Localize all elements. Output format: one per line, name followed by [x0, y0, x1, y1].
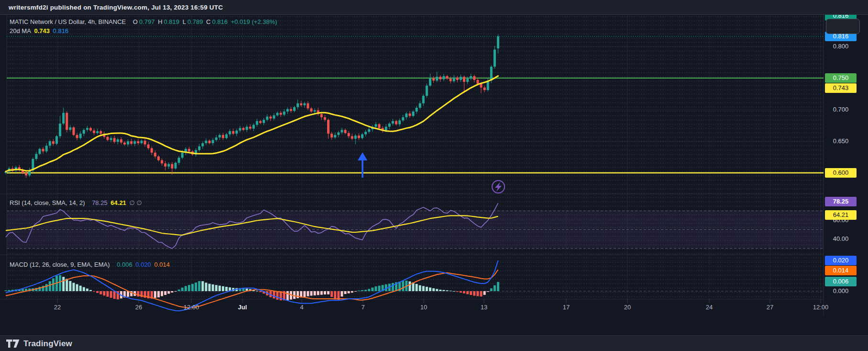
time-axis-label: 12:00	[184, 304, 199, 311]
macd-legend[interactable]: MACD (12, 26, close, 9, EMA, EMA) 0.006 …	[10, 261, 171, 268]
macd-title: MACD (12, 26, close, 9, EMA, EMA)	[10, 261, 110, 268]
ma-value: 0.743	[34, 27, 50, 34]
open-value: 0.797	[139, 18, 155, 25]
rsi-ma-badge[interactable]: 64.21	[825, 210, 857, 220]
open-label: O	[133, 18, 138, 25]
resistance-price-badge[interactable]: 0.750	[825, 73, 857, 83]
ma-value-2: 0.816	[53, 27, 69, 34]
ma-title: 20d MA	[10, 27, 31, 34]
time-axis-label: 10	[420, 304, 427, 311]
candles-layer	[5, 34, 500, 178]
time-axis-label: 4	[300, 304, 303, 311]
macd-line-badge[interactable]: 0.020	[825, 256, 857, 265]
symbol-legend[interactable]: MATIC Network / US Dollar, 4h, BINANCE O…	[10, 18, 279, 25]
support-price-badge[interactable]: 0.600	[825, 168, 857, 178]
high-label: H	[158, 18, 162, 25]
low-label: L	[183, 18, 186, 25]
price-axis-label-0650: 0.650	[825, 137, 857, 145]
macd-signal-badge[interactable]: 0.014	[825, 266, 857, 275]
symbol-title: MATIC Network / US Dollar, 4h, BINANCE	[10, 18, 126, 25]
price-axis-label-0700: 0.700	[825, 106, 857, 113]
time-axis-label: 26	[135, 304, 142, 311]
time-axis-label: 24	[706, 304, 713, 311]
change-value: +0.019 (+2.38%)	[231, 18, 277, 25]
publish-header: writersmfd2i published on TradingView.co…	[0, 0, 868, 15]
macd-hist-value: 0.006	[117, 261, 132, 268]
rsi-title: RSI (14, close, SMA, 14, 2)	[10, 199, 85, 206]
close-value: 0.816	[212, 18, 228, 25]
time-axis-label: 13	[481, 304, 487, 311]
rsi-axis-label-40: 40.00	[825, 235, 857, 243]
rsi-value-badge[interactable]: 78.25	[825, 197, 857, 206]
close-label: C	[206, 18, 210, 25]
ma-value-badge[interactable]: 0.743	[825, 83, 857, 93]
rsi-value: 78.25	[92, 199, 108, 206]
time-axis-label: 27	[767, 304, 773, 311]
brand-footer: TradingView	[0, 335, 868, 351]
rsi-extra-values: ∅ ∅	[129, 199, 142, 206]
trend-arrow[interactable]	[358, 152, 367, 178]
price-axis-label-0800: 0.800	[825, 43, 857, 50]
chart-canvas	[0, 0, 868, 351]
macd-hist-badge[interactable]: 0.006	[825, 277, 857, 286]
publish-header-text: writersmfd2i published on TradingView.co…	[9, 4, 223, 11]
time-axis-label: 20	[624, 304, 631, 311]
macd-signal-value: 0.014	[154, 261, 170, 268]
time-axis-label: 7	[361, 304, 364, 311]
high-value: 0.819	[164, 18, 180, 25]
tradingview-logo-icon[interactable]	[6, 340, 20, 348]
macd-axis-label-zero: 0.000	[825, 287, 857, 295]
price-tooltip-box	[826, 19, 860, 34]
grid-layer	[0, 14, 824, 316]
tradingview-snapshot-page: writersmfd2i published on TradingView.co…	[0, 0, 868, 351]
tradingview-brand-text[interactable]: TradingView	[23, 339, 72, 349]
ma-legend[interactable]: 20d MA 0.743 0.816	[10, 27, 70, 34]
lightning-icon[interactable]	[492, 181, 505, 193]
time-axis-label: 17	[563, 304, 570, 311]
time-axis-label: 22	[54, 304, 61, 311]
time-axis-label: 12:00	[813, 304, 829, 311]
rsi-ma-value: 64.21	[110, 199, 126, 206]
ma-line	[6, 76, 498, 172]
macd-line-value: 0.020	[135, 261, 151, 268]
rsi-legend[interactable]: RSI (14, close, SMA, 14, 2) 78.25 64.21 …	[10, 199, 143, 206]
low-value: 0.789	[187, 18, 203, 25]
time-axis-label: Jul	[238, 304, 247, 311]
